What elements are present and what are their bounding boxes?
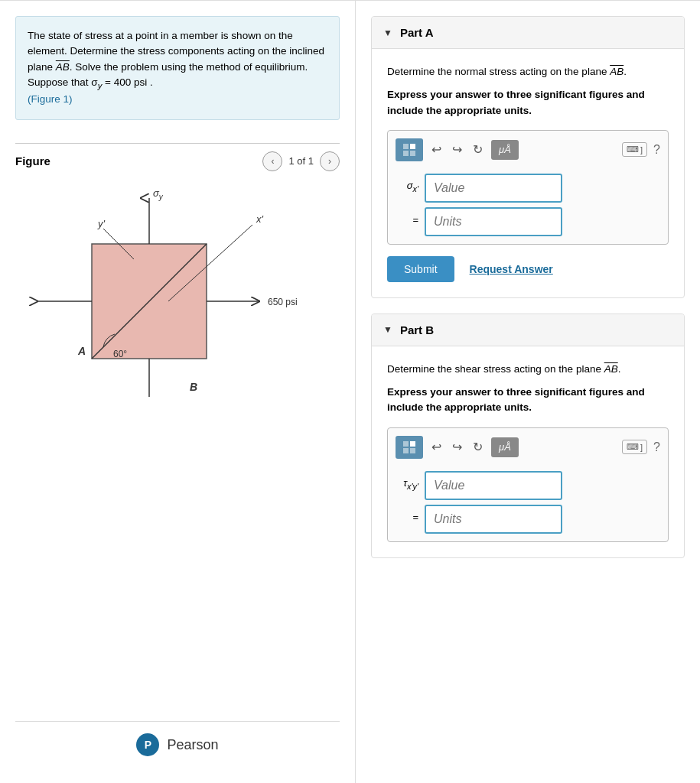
part-a-collapse-icon: ▼ [383, 28, 392, 38]
part-b-body: Determine the shear stress acting on the… [372, 346, 684, 557]
pearson-text: Pearson [167, 737, 218, 753]
svg-rect-22 [410, 448, 415, 453]
figure-link[interactable]: (Figure 1) [28, 93, 73, 105]
part-b-toolbar: ↩ ↪ ↻ μÅ ⌨] ? [396, 436, 660, 465]
svg-text:y': y' [97, 218, 106, 229]
part-b-mu-icon[interactable]: μÅ [491, 437, 519, 457]
part-a-description: Determine the normal stress acting on th… [387, 64, 669, 80]
part-a-instruction: Express your answer to three significant… [387, 87, 669, 119]
svg-text:σy: σy [153, 187, 164, 201]
part-b-section: ▼ Part B Determine the shear stress acti… [371, 314, 685, 558]
part-b-label-main: τx'y' [403, 477, 418, 491]
part-b-redo-icon[interactable]: ↪ [450, 437, 464, 456]
part-a-body: Determine the normal stress acting on th… [372, 49, 684, 297]
svg-rect-18 [410, 151, 415, 156]
part-a-help-icon[interactable]: ? [653, 143, 660, 157]
part-a-submit-button[interactable]: Submit [387, 256, 454, 282]
svg-text:650 psi: 650 psi [268, 297, 298, 307]
part-b-units-input[interactable] [425, 505, 562, 534]
svg-rect-17 [403, 151, 409, 156]
figure-canvas: x' y' σy 650 psi A B [15, 183, 340, 412]
part-b-label-eq: = [412, 512, 418, 523]
part-b-answer-box: ↩ ↪ ↻ μÅ ⌨] ? τx'y' = [387, 427, 669, 542]
part-b-header[interactable]: ▼ Part B [372, 314, 684, 346]
figure-svg: x' y' σy 650 psi A B [15, 183, 321, 397]
svg-rect-20 [410, 441, 415, 447]
part-a-undo-icon[interactable]: ↩ [429, 140, 444, 159]
part-a-submit-area: Submit Request Answer [387, 256, 669, 282]
problem-text: The state of stress at a point in a memb… [28, 30, 324, 88]
part-b-undo-icon[interactable]: ↩ [429, 437, 444, 456]
part-a-keyboard-button[interactable]: ⌨] [622, 142, 647, 157]
part-a-label-col: σx' = [396, 174, 418, 226]
part-b-description: Determine the shear stress acting on the… [387, 362, 669, 377]
part-b-inputs-col [425, 471, 660, 534]
svg-text:60°: 60° [113, 349, 127, 359]
part-a-header[interactable]: ▼ Part A [372, 17, 684, 49]
figure-header: Figure ‹ 1 of 1 › [15, 143, 340, 171]
part-b-instruction: Express your answer to three significant… [387, 385, 669, 416]
svg-rect-19 [403, 441, 409, 447]
part-b-title: Part B [400, 323, 434, 336]
figure-prev-button[interactable]: ‹ [262, 151, 282, 171]
part-b-label-col: τx'y' = [396, 471, 418, 524]
pearson-logo: P [136, 733, 159, 756]
svg-rect-16 [410, 144, 415, 149]
part-a-input-row: σx' = [396, 174, 660, 236]
part-a-label-eq: = [412, 214, 418, 226]
figure-next-button[interactable]: › [320, 151, 340, 171]
figure-section: Figure ‹ 1 of 1 › x' [15, 143, 340, 721]
part-a-refresh-icon[interactable]: ↻ [470, 140, 485, 159]
svg-text:A: A [77, 345, 86, 357]
footer: P Pearson [15, 721, 340, 768]
part-a-redo-icon[interactable]: ↪ [450, 140, 464, 159]
svg-rect-15 [403, 144, 409, 149]
part-a-section: ▼ Part A Determine the normal stress act… [371, 16, 685, 298]
figure-title: Figure [15, 154, 50, 167]
figure-counter: 1 of 1 [288, 155, 314, 167]
part-b-keyboard-button[interactable]: ⌨] [622, 440, 647, 454]
part-a-inputs-col [425, 174, 660, 236]
part-a-toolbar: ↩ ↪ ↻ μÅ ⌨] ? [396, 138, 660, 167]
problem-statement: The state of stress at a point in a memb… [15, 16, 340, 120]
part-a-value-input[interactable] [425, 174, 562, 203]
part-b-collapse-icon: ▼ [383, 324, 392, 335]
part-b-value-input[interactable] [425, 471, 562, 500]
part-b-grid-icon[interactable] [396, 436, 423, 459]
part-a-grid-icon[interactable] [396, 138, 423, 161]
part-a-units-input[interactable] [425, 207, 562, 236]
part-b-input-row: τx'y' = [396, 471, 660, 534]
part-b-help-icon[interactable]: ? [653, 440, 660, 454]
part-a-mu-icon[interactable]: μÅ [491, 140, 519, 160]
right-panel: ▼ Part A Determine the normal stress act… [356, 1, 700, 783]
part-a-title: Part A [400, 26, 434, 39]
svg-text:x': x' [256, 213, 264, 225]
part-a-answer-box: ↩ ↪ ↻ μÅ ⌨] ? σx' = [387, 130, 669, 245]
part-a-label-main: σx' [407, 180, 418, 193]
svg-rect-21 [403, 448, 409, 453]
part-a-request-answer-link[interactable]: Request Answer [470, 263, 553, 275]
left-panel: The state of stress at a point in a memb… [0, 1, 356, 783]
part-b-refresh-icon[interactable]: ↻ [470, 437, 485, 456]
svg-text:B: B [190, 381, 197, 393]
figure-nav: ‹ 1 of 1 › [262, 151, 340, 171]
